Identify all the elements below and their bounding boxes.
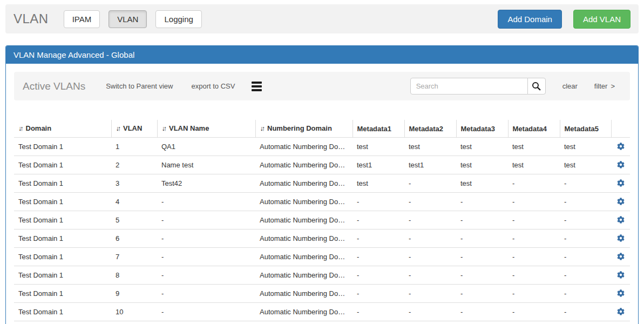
- table-cell: -: [404, 248, 456, 266]
- table-cell: test: [508, 156, 560, 174]
- table-cell: Automatic Numbering Doma...: [255, 193, 352, 211]
- table-cell: -: [404, 211, 456, 230]
- table-cell: -: [352, 211, 404, 230]
- column-header-vlan-name[interactable]: ↓↑VLAN Name: [157, 120, 255, 138]
- table-cell: 8: [111, 266, 157, 285]
- search-button[interactable]: [527, 78, 546, 94]
- table-cell: -: [560, 285, 611, 303]
- add-domain-button[interactable]: Add Domain: [498, 10, 562, 29]
- gear-icon[interactable]: [616, 233, 626, 243]
- table-toolbar: Active VLANs Switch to Parent view expor…: [14, 72, 630, 100]
- column-header-domain[interactable]: ↓↑Domain: [14, 120, 111, 138]
- gear-icon[interactable]: [616, 197, 626, 206]
- gear-icon[interactable]: [616, 215, 626, 225]
- table-cell: -: [508, 174, 560, 193]
- table-cell: 2: [111, 156, 157, 174]
- row-actions-cell: [611, 248, 630, 266]
- table-cell: 10: [111, 303, 157, 321]
- table-cell: Automatic Numbering Doma...: [255, 248, 352, 266]
- table-cell: test: [560, 138, 611, 156]
- clear-link[interactable]: clear: [562, 82, 578, 90]
- row-actions-cell: [611, 230, 630, 248]
- table-cell: -: [352, 230, 404, 248]
- sort-icon: ↓↑: [162, 125, 166, 132]
- table-row: Test Domain 12Name testAutomatic Numberi…: [14, 156, 630, 174]
- gear-icon[interactable]: [616, 252, 626, 261]
- nav-button-vlan[interactable]: VLAN: [109, 10, 147, 28]
- table-cell: -: [352, 303, 404, 321]
- export-to-csv-link[interactable]: export to CSV: [191, 82, 235, 90]
- table-cell: -: [560, 230, 611, 248]
- table-cell: -: [560, 193, 611, 211]
- table-cell: -: [508, 303, 560, 321]
- hamburger-icon[interactable]: [252, 80, 262, 93]
- table-cell: test: [456, 174, 508, 193]
- table-cell: 4: [111, 193, 157, 211]
- column-header-numbering-domain[interactable]: ↓↑Numbering Domain: [255, 120, 352, 138]
- table-cell: test: [508, 138, 560, 156]
- panel-header: VLAN Manage Advanced - Global: [6, 46, 638, 64]
- sort-icon: ↓↑: [18, 125, 22, 132]
- sort-icon: ↓↑: [116, 125, 120, 132]
- row-actions-cell: [611, 211, 630, 230]
- nav-button-ipam[interactable]: IPAM: [64, 10, 100, 28]
- row-actions-cell: [611, 138, 630, 156]
- chevron-right-icon: >: [611, 82, 615, 90]
- table-cell: Automatic Numbering Doma...: [255, 266, 352, 285]
- table-cell: -: [352, 193, 404, 211]
- gear-icon[interactable]: [616, 307, 626, 316]
- table-cell: Test42: [157, 174, 255, 193]
- table-cell: Test Domain 1: [14, 211, 111, 230]
- gear-icon[interactable]: [616, 160, 626, 170]
- switch-to-parent-view-link[interactable]: Switch to Parent view: [106, 82, 173, 90]
- table-cell: -: [157, 193, 255, 211]
- table-cell: Test Domain 1: [14, 174, 111, 193]
- table-cell: test: [352, 174, 404, 193]
- table-cell: test: [560, 156, 611, 174]
- table-cell: 5: [111, 211, 157, 230]
- topbar: VLAN IPAM VLAN Logging Add Domain Add VL…: [5, 4, 639, 33]
- table-cell: -: [508, 266, 560, 285]
- table-cell: -: [560, 174, 611, 193]
- table-cell: -: [352, 248, 404, 266]
- table-cell: -: [404, 303, 456, 321]
- table-cell: -: [157, 303, 255, 321]
- table-cell: Automatic Numbering Doma...: [255, 211, 352, 230]
- table-row: Test Domain 15-Automatic Numbering Doma.…: [14, 211, 630, 230]
- column-header-metadata5: Metadata5: [560, 120, 611, 138]
- table-cell: -: [352, 285, 404, 303]
- table-cell: -: [560, 303, 611, 321]
- table-cell: test: [456, 156, 508, 174]
- table-row: Test Domain 13Test42Automatic Numbering …: [14, 174, 630, 193]
- add-vlan-button[interactable]: Add VLAN: [573, 10, 631, 29]
- table-cell: -: [560, 266, 611, 285]
- table-cell: -: [456, 211, 508, 230]
- panel-body: Active VLANs Switch to Parent view expor…: [6, 64, 638, 324]
- vlan-table-body: Test Domain 11QA1Automatic Numbering Dom…: [14, 138, 630, 321]
- table-cell: test: [404, 138, 456, 156]
- gear-icon[interactable]: [616, 178, 626, 188]
- gear-icon[interactable]: [616, 270, 626, 280]
- row-actions-cell: [611, 174, 630, 193]
- column-header-metadata4: Metadata4: [508, 120, 560, 138]
- table-cell: Automatic Numbering Doma...: [255, 174, 352, 193]
- filter-link[interactable]: filter>: [594, 82, 615, 90]
- table-cell: -: [560, 211, 611, 230]
- table-row: Test Domain 14-Automatic Numbering Doma.…: [14, 193, 630, 211]
- table-cell: -: [508, 211, 560, 230]
- search-input[interactable]: [410, 78, 528, 94]
- table-cell: -: [456, 266, 508, 285]
- table-cell: -: [456, 193, 508, 211]
- table-cell: Name test: [157, 156, 255, 174]
- column-header-vlan[interactable]: ↓↑VLAN: [111, 120, 157, 138]
- table-cell: 6: [111, 230, 157, 248]
- gear-icon[interactable]: [616, 288, 626, 298]
- gear-icon[interactable]: [616, 141, 626, 151]
- column-header-metadata2: Metadata2: [404, 120, 456, 138]
- table-cell: Automatic Numbering Doma...: [255, 303, 352, 321]
- table-row: Test Domain 16-Automatic Numbering Doma.…: [14, 230, 630, 248]
- filter-link-label: filter: [594, 82, 608, 90]
- nav-button-logging[interactable]: Logging: [155, 10, 201, 28]
- table-cell: -: [404, 285, 456, 303]
- table-cell: -: [404, 193, 456, 211]
